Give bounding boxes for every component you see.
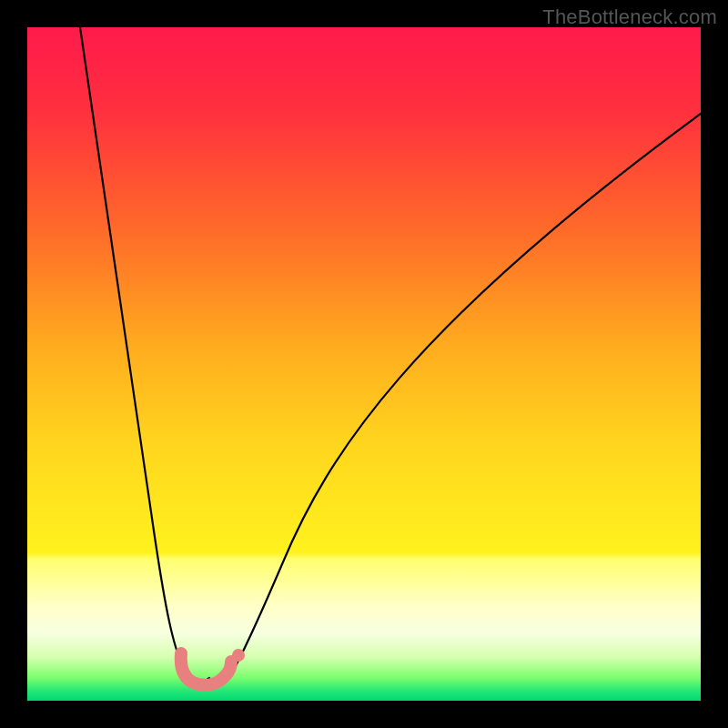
watermark-text: TheBottleneck.com: [542, 5, 717, 29]
gradient-background: [27, 27, 701, 701]
outer-frame: TheBottleneck.com: [0, 0, 728, 728]
bowl-dot: [232, 649, 245, 662]
chart-svg: [27, 27, 701, 701]
plot-area: [27, 27, 701, 701]
